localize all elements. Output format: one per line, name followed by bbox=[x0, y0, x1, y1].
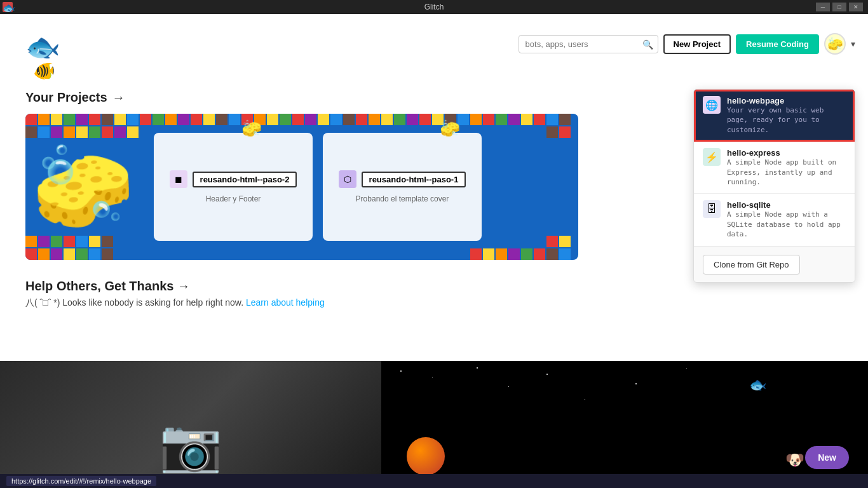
dropdown-item-hello-webpage[interactable]: 🌐 hello-webpage Your very own basic web … bbox=[694, 90, 855, 142]
dropdown-panel: 🌐 hello-webpage Your very own basic web … bbox=[693, 89, 855, 283]
hello-webpage-icon: 🌐 bbox=[703, 96, 721, 114]
camera-person-emoji: 📷 bbox=[159, 416, 222, 475]
card-1-desc: Header y Footer bbox=[206, 194, 261, 203]
spongebob-emoji: 🧽 bbox=[32, 146, 135, 228]
help-learn-link[interactable]: Learn about helping bbox=[246, 297, 325, 308]
star-3 bbox=[477, 367, 478, 369]
header-toolbar: 🔍 New Project Resume Coding 🧽 ▾ bbox=[519, 33, 855, 55]
clone-btn-row: Clone from Git Repo bbox=[694, 247, 855, 282]
star-5 bbox=[546, 374, 548, 375]
spongebob-icons-top: 🧽 🧽 🧽 bbox=[241, 119, 578, 139]
app-icon: 🐟 bbox=[3, 2, 13, 12]
dropdown-item-hello-sqlite[interactable]: 🗄 hello-sqlite A simple Node app with a … bbox=[694, 194, 855, 246]
titlebar-title: Glitch bbox=[424, 3, 444, 11]
hello-express-info: hello-express A simple Node app built on… bbox=[727, 148, 846, 187]
star-2 bbox=[432, 377, 433, 377]
card-2-header: ⬡ reusando-html--paso-1 bbox=[339, 170, 466, 188]
help-section: Help Others, Get Thanks → 八( ˆ□ˆ *) Look… bbox=[0, 279, 868, 309]
card-2-desc: Probando el template cover bbox=[356, 194, 449, 203]
card-2-icon: ⬡ bbox=[339, 170, 356, 188]
maximize-button[interactable]: □ bbox=[832, 3, 846, 11]
search-input[interactable] bbox=[519, 35, 658, 53]
fish-logo-bottom: 🐟 bbox=[749, 377, 766, 393]
card-1-icon: ◼ bbox=[170, 170, 187, 188]
hello-webpage-name: hello-webpage bbox=[727, 96, 846, 105]
hello-webpage-desc: Your very own basic web page, ready for … bbox=[727, 105, 846, 135]
card-1-name: reusando-html--paso-2 bbox=[193, 172, 297, 187]
star-4 bbox=[508, 386, 509, 387]
star-1 bbox=[400, 370, 402, 372]
hello-express-desc: A simple Node app built on Express, inst… bbox=[727, 158, 846, 187]
card-1-header: ◼ reusando-html--paso-2 bbox=[170, 170, 297, 188]
fish-icon-small: 🐠 bbox=[33, 62, 843, 80]
hello-sqlite-desc: A simple Node app with a SQLite database… bbox=[727, 210, 846, 239]
project-card-1[interactable]: ◼ reusando-html--paso-2 Header y Footer bbox=[154, 133, 313, 241]
help-body-text: 八( ˆ□ˆ *) Looks like nobody is asking fo… bbox=[25, 297, 243, 308]
hello-sqlite-info: hello-sqlite A simple Node app with a SQ… bbox=[727, 200, 846, 239]
statusbar-url: https://glitch.com/edit/#!/remix/hello-w… bbox=[6, 476, 156, 486]
projects-carousel: 🧽 🧽 🧽 🧽 ◼ reusando-html--paso-2 Header y… bbox=[25, 114, 578, 260]
your-projects-label: Your Projects bbox=[25, 90, 107, 105]
spongebob-icon-2: 🧽 bbox=[440, 119, 460, 139]
star-8 bbox=[686, 369, 687, 369]
your-projects-arrow: → bbox=[112, 90, 125, 105]
spongebob-face: 🧽 bbox=[32, 146, 135, 228]
spongebob-icon-1: 🧽 bbox=[241, 119, 262, 139]
dropdown-arrow-icon[interactable]: ▾ bbox=[851, 39, 855, 49]
hello-express-name: hello-express bbox=[727, 148, 846, 158]
hello-express-icon: ⚡ bbox=[703, 148, 721, 166]
card-2-name: reusando-html--paso-1 bbox=[362, 172, 466, 187]
statusbar: https://glitch.com/edit/#!/remix/hello-w… bbox=[0, 474, 868, 488]
avatar[interactable]: 🧽 bbox=[824, 33, 846, 55]
bottom-right-panel: 🐟 bbox=[381, 361, 868, 488]
clone-from-git-repo-button[interactable]: Clone from Git Repo bbox=[703, 255, 800, 274]
new-project-button[interactable]: New Project bbox=[663, 34, 731, 54]
bottom-left-panel: 📷 bbox=[0, 361, 381, 488]
search-container: 🔍 bbox=[519, 35, 658, 53]
bottom-section: 📷 🐟 bbox=[0, 361, 868, 488]
hello-webpage-info: hello-webpage Your very own basic web pa… bbox=[727, 96, 846, 135]
minimize-button[interactable]: ─ bbox=[816, 3, 830, 11]
hello-sqlite-name: hello-sqlite bbox=[727, 200, 846, 210]
planet bbox=[407, 437, 445, 475]
project-card-2[interactable]: ⬡ reusando-html--paso-1 Probando el temp… bbox=[323, 133, 482, 241]
search-icon: 🔍 bbox=[642, 39, 653, 50]
help-text: 八( ˆ□ˆ *) Looks like nobody is asking fo… bbox=[25, 297, 843, 309]
star-6 bbox=[585, 399, 585, 400]
star-7 bbox=[635, 383, 637, 384]
window-controls[interactable]: ─ □ ✕ bbox=[816, 3, 863, 11]
project-cards-container: ◼ reusando-html--paso-2 Header y Footer … bbox=[154, 133, 482, 241]
new-button[interactable]: New bbox=[805, 446, 849, 469]
close-button[interactable]: ✕ bbox=[849, 3, 863, 11]
dropdown-item-hello-express[interactable]: ⚡ hello-express A simple Node app built … bbox=[694, 142, 855, 194]
titlebar: 🐟 Glitch ─ □ ✕ bbox=[0, 0, 868, 14]
resume-coding-button[interactable]: Resume Coding bbox=[736, 34, 819, 54]
dog-avatar: 🐶 bbox=[785, 451, 804, 469]
hello-sqlite-icon: 🗄 bbox=[703, 200, 721, 218]
